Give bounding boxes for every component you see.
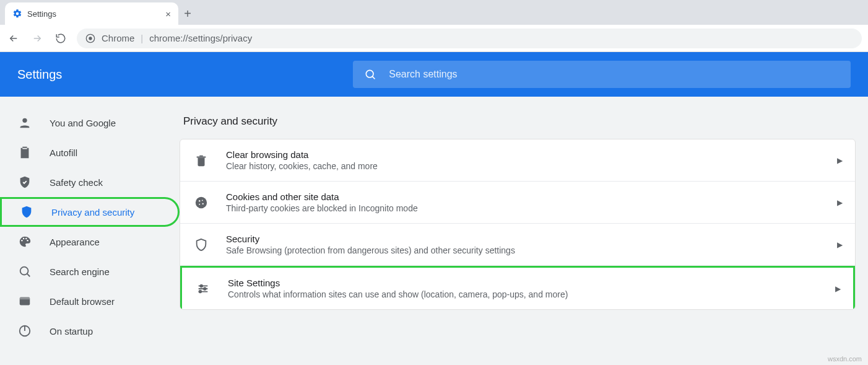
sidebar-item-privacy-and-security[interactable]: Privacy and security (0, 197, 180, 227)
palette-icon (17, 235, 32, 248)
sidebar-item-default-browser[interactable]: Default browser (0, 286, 180, 316)
row-subtitle: Third-party cookies are blocked in Incog… (226, 203, 821, 213)
gear-icon (12, 9, 22, 19)
clipboard-icon (17, 146, 32, 159)
window-icon (17, 294, 32, 308)
browser-toolbar: Chrome | chrome://settings/privacy (0, 25, 868, 52)
browser-tab[interactable]: Settings × (5, 2, 178, 25)
sidebar-item-autofill[interactable]: Autofill (0, 138, 180, 167)
svg-point-23 (200, 284, 202, 287)
shield-icon (193, 238, 210, 252)
page-title: Settings (17, 68, 62, 82)
chevron-right-icon: ▶ (837, 198, 843, 207)
power-icon (17, 324, 32, 338)
sidebar-item-label: Safety check (50, 177, 103, 188)
svg-point-9 (20, 267, 28, 275)
row-subtitle: Clear history, cookies, cache, and more (226, 161, 821, 171)
svg-point-4 (22, 118, 27, 123)
row-subtitle: Safe Browsing (protection from dangerous… (226, 245, 821, 255)
svg-line-10 (27, 274, 30, 277)
search-container[interactable] (353, 61, 851, 88)
row-title: Cookies and other site data (226, 191, 821, 202)
search-icon (364, 68, 376, 81)
sidebar-item-label: Privacy and security (51, 207, 134, 218)
address-bar[interactable]: Chrome | chrome://settings/privacy (77, 29, 862, 48)
sidebar-item-you-and-google[interactable]: You and Google (0, 108, 180, 138)
svg-point-25 (199, 290, 202, 292)
sidebar-item-label: Search engine (50, 266, 110, 277)
reload-icon[interactable] (53, 33, 68, 44)
watermark-text: wsxdn.com (828, 355, 862, 363)
url-separator: | (141, 33, 143, 43)
search-input[interactable] (388, 68, 840, 81)
svg-point-24 (204, 288, 206, 290)
sidebar-item-label: You and Google (50, 118, 116, 128)
chevron-right-icon: ▶ (837, 156, 843, 165)
url-text: chrome://settings/privacy (149, 33, 252, 43)
chevron-right-icon: ▶ (835, 284, 841, 293)
svg-point-1 (89, 37, 92, 40)
search-icon (17, 265, 32, 278)
section-title: Privacy and security (183, 115, 856, 128)
row-title: Clear browsing data (226, 149, 821, 160)
sidebar-item-label: Autofill (50, 147, 77, 158)
svg-point-7 (25, 238, 27, 239)
row-subtitle: Controls what information sites can use … (228, 289, 819, 299)
row-security[interactable]: Security Safe Browsing (protection from … (180, 224, 855, 266)
chevron-right-icon: ▶ (837, 240, 843, 249)
settings-header: Settings (0, 52, 868, 97)
tab-close-icon[interactable]: × (165, 9, 171, 19)
sidebar-item-label: On startup (50, 326, 93, 336)
svg-point-16 (199, 200, 200, 201)
svg-point-6 (23, 238, 24, 239)
trash-icon (193, 154, 210, 167)
svg-line-3 (373, 76, 375, 79)
tab-title: Settings (27, 9, 56, 19)
sidebar-item-on-startup[interactable]: On startup (0, 316, 180, 346)
row-cookies[interactable]: Cookies and other site data Third-party … (180, 182, 855, 224)
browser-tabstrip: Settings × + (0, 0, 868, 25)
settings-content: Privacy and security Clear browsing data… (180, 97, 868, 346)
forward-icon[interactable] (30, 33, 45, 44)
row-title: Site Settings (228, 278, 819, 288)
sidebar-item-appearance[interactable]: Appearance (0, 227, 180, 257)
settings-sidebar: You and Google Autofill Safety check Pri… (0, 97, 180, 346)
new-tab-button[interactable]: + (178, 2, 197, 25)
svg-point-17 (202, 200, 203, 201)
chrome-logo-icon (85, 33, 95, 43)
svg-point-2 (367, 70, 374, 77)
sidebar-item-safety-check[interactable]: Safety check (0, 167, 180, 197)
row-site-settings[interactable]: Site Settings Controls what information … (180, 266, 855, 309)
row-clear-browsing-data[interactable]: Clear browsing data Clear history, cooki… (180, 139, 855, 182)
row-title: Security (226, 234, 821, 244)
svg-point-19 (199, 203, 200, 204)
url-scheme-label: Chrome (102, 33, 134, 43)
sidebar-item-search-engine[interactable]: Search engine (0, 257, 180, 286)
person-icon (17, 116, 32, 130)
svg-point-15 (196, 196, 207, 208)
sliders-icon (194, 282, 212, 296)
cookie-icon (193, 196, 210, 209)
svg-point-5 (21, 240, 22, 241)
back-icon[interactable] (6, 33, 21, 44)
privacy-panel: Clear browsing data Clear history, cooki… (180, 139, 856, 310)
shield-icon (19, 205, 34, 219)
svg-point-8 (27, 240, 28, 241)
svg-point-18 (202, 203, 204, 204)
shield-check-icon (17, 175, 32, 189)
sidebar-item-label: Appearance (50, 237, 100, 247)
sidebar-item-label: Default browser (50, 296, 115, 307)
svg-rect-12 (20, 297, 30, 300)
